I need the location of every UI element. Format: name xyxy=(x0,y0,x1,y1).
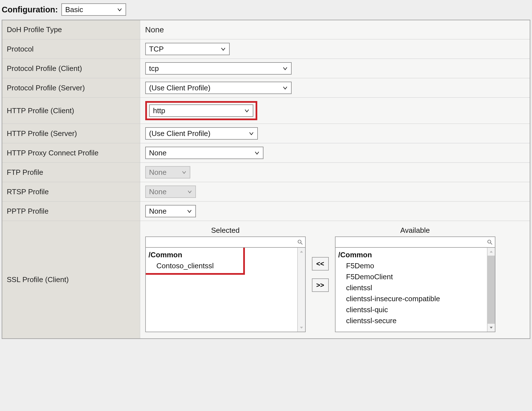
selected-group: /Common xyxy=(149,249,294,260)
move-right-button[interactable]: >> xyxy=(312,278,329,292)
protocol-profile-server-select[interactable]: (Use Client Profile) xyxy=(145,82,292,94)
scroll-thumb xyxy=(298,256,305,324)
label-protocol-profile-client: Protocol Profile (Client) xyxy=(2,59,140,78)
scroll-up-icon[interactable] xyxy=(298,248,305,256)
available-search-row xyxy=(335,236,495,248)
row-ssl-profile-client: SSL Profile (Client) Selected /Common xyxy=(2,221,530,339)
row-protocol-profile-server: Protocol Profile (Server) (Use Client Pr… xyxy=(2,78,530,98)
scroll-thumb[interactable] xyxy=(488,256,495,324)
chevron-down-icon xyxy=(186,208,193,214)
label-protocol-profile-server: Protocol Profile (Server) xyxy=(2,78,140,98)
ftp-profile-select: None xyxy=(145,166,190,178)
rtsp-profile-select: None xyxy=(145,186,196,198)
mover-column: << >> xyxy=(312,226,329,292)
settings-table: DoH Profile Type None Protocol TCP Proto… xyxy=(2,20,530,339)
scroll-down-icon[interactable] xyxy=(298,324,305,332)
configuration-label: Configuration: xyxy=(2,5,58,14)
label-http-profile-server: HTTP Profile (Server) xyxy=(2,124,140,143)
chevron-down-icon xyxy=(244,108,250,114)
configuration-select-value: Basic xyxy=(65,5,83,14)
chevron-down-icon xyxy=(187,189,193,195)
row-rtsp-profile: RTSP Profile None xyxy=(2,182,530,202)
selected-search-input[interactable] xyxy=(146,237,295,247)
available-scrollbar[interactable] xyxy=(487,248,495,332)
row-protocol-profile-client: Protocol Profile (Client) tcp xyxy=(2,59,530,78)
label-http-proxy-connect: HTTP Proxy Connect Profile xyxy=(2,143,140,163)
value-doh-profile-type: None xyxy=(145,25,164,34)
label-protocol: Protocol xyxy=(2,39,140,59)
http-profile-client-select[interactable]: http xyxy=(149,104,253,117)
label-http-profile-client: HTTP Profile (Client) xyxy=(2,98,140,124)
chevron-down-icon xyxy=(220,46,226,52)
row-doh-profile-type: DoH Profile Type None xyxy=(2,20,530,39)
chevron-down-icon xyxy=(181,169,187,175)
list-item[interactable]: F5Demo xyxy=(338,260,484,271)
list-item[interactable]: clientssl-insecure-compatible xyxy=(338,293,484,304)
move-left-button[interactable]: << xyxy=(312,257,329,271)
label-ssl-profile-client: SSL Profile (Client) xyxy=(2,221,140,339)
available-group: /Common xyxy=(338,249,484,260)
http-profile-server-select[interactable]: (Use Client Profile) xyxy=(145,127,258,140)
chevron-down-icon xyxy=(282,65,288,72)
chevron-down-icon xyxy=(282,85,288,91)
list-item[interactable]: clientssl-secure xyxy=(338,315,484,326)
available-listbox[interactable]: /Common F5Demo F5DemoClient clientssl cl… xyxy=(335,248,495,332)
selected-search-row xyxy=(145,236,306,248)
available-header: Available xyxy=(400,226,430,235)
row-pptp-profile: PPTP Profile None xyxy=(2,202,530,221)
configuration-select[interactable]: Basic xyxy=(61,3,126,16)
available-column: Available /Common F5Demo F5DemoClient cl… xyxy=(335,226,495,332)
list-item[interactable]: F5DemoClient xyxy=(338,271,484,282)
http-proxy-connect-select[interactable]: None xyxy=(145,147,263,159)
list-item[interactable]: Contoso_clientssl xyxy=(149,260,294,271)
selected-header: Selected xyxy=(211,226,240,235)
selected-listbox[interactable]: /Common Contoso_clientssl xyxy=(145,248,306,332)
selected-column: Selected /Common Contoso_clientssl xyxy=(145,226,306,332)
label-pptp-profile: PPTP Profile xyxy=(2,202,140,221)
ssl-profile-dual-list: Selected /Common Contoso_clientssl xyxy=(145,224,525,335)
available-listbox-content: /Common F5Demo F5DemoClient clientssl cl… xyxy=(336,248,487,332)
scroll-down-icon[interactable] xyxy=(488,324,495,332)
list-item[interactable]: clientssl-quic xyxy=(338,304,484,315)
search-icon[interactable] xyxy=(485,239,495,245)
label-doh-profile-type: DoH Profile Type xyxy=(2,20,140,39)
row-http-profile-server: HTTP Profile (Server) (Use Client Profil… xyxy=(2,124,530,143)
row-http-profile-client: HTTP Profile (Client) http xyxy=(2,98,530,124)
list-item[interactable]: clientssl xyxy=(338,282,484,293)
selected-scrollbar[interactable] xyxy=(297,248,305,332)
chevron-down-icon xyxy=(117,6,123,13)
row-ftp-profile: FTP Profile None xyxy=(2,163,530,182)
label-ftp-profile: FTP Profile xyxy=(2,163,140,182)
label-rtsp-profile: RTSP Profile xyxy=(2,182,140,202)
chevron-down-icon xyxy=(254,150,260,156)
search-icon[interactable] xyxy=(295,239,305,245)
protocol-select[interactable]: TCP xyxy=(145,43,230,55)
configuration-row: Configuration: Basic xyxy=(2,3,530,16)
available-search-input[interactable] xyxy=(336,237,485,247)
protocol-profile-client-select[interactable]: tcp xyxy=(145,62,292,75)
row-http-proxy-connect: HTTP Proxy Connect Profile None xyxy=(2,143,530,163)
pptp-profile-select[interactable]: None xyxy=(145,205,196,217)
chevron-down-icon xyxy=(248,130,254,137)
http-profile-client-highlight: http xyxy=(145,101,257,120)
scroll-up-icon[interactable] xyxy=(488,248,495,256)
selected-listbox-content: /Common Contoso_clientssl xyxy=(146,248,297,332)
row-protocol: Protocol TCP xyxy=(2,39,530,59)
